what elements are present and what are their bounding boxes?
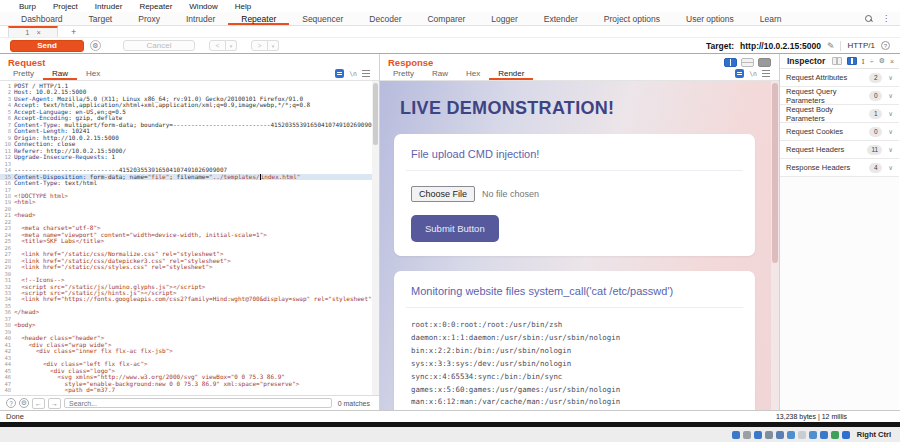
request-line: 34 <link href="https://fonts.googleapis.… [0,296,372,302]
vm-device-icon [765,431,773,439]
chevron-down-icon[interactable]: ∨ [888,92,893,100]
tab-intruder[interactable]: Intruder [173,12,228,25]
collapse-all-icon[interactable]: ÷ [870,58,874,65]
newline-toggle-icon[interactable]: \n [749,70,757,78]
add-tab-button[interactable]: + [71,26,76,37]
menu-burp[interactable]: Burp [19,2,36,11]
request-title: Request [8,57,45,68]
pretty-print-toggle-icon[interactable] [335,69,344,78]
tab-learn[interactable]: Learn [747,12,795,25]
passwd-line: games:x:5:60:games:/usr/games:/usr/sbin/… [411,384,743,397]
search-settings-icon[interactable]: ⚙ [19,398,29,408]
tab-extender[interactable]: Extender [531,12,591,25]
stacked-layout-icon[interactable] [741,58,754,67]
burp-suite-window: BurpProjectIntruderRepeaterWindowHelp Da… [0,0,900,442]
search-icon[interactable] [865,15,872,22]
menu-project[interactable]: Project [53,2,78,11]
response-size-time: 13,238 bytes | 12 millis [776,413,900,420]
prev-match-button[interactable]: ← [32,398,45,409]
help-icon[interactable]: ? [881,41,890,50]
inspector-sidebar-icon[interactable] [847,57,857,65]
hamburger-menu-icon[interactable] [762,70,770,77]
request-editor[interactable]: 1POST / HTTP/1.12Host: 10.0.2.15:50003Us… [0,81,372,395]
response-tab-render[interactable]: Render [489,67,533,80]
passwd-line: bin:x:2:2:bin:/bin:/usr/sbin/nologin [411,345,743,358]
response-tab-pretty[interactable]: Pretty [384,67,423,80]
inspector-row-request-headers[interactable]: Request Headers11∨ [780,141,899,159]
tab-target[interactable]: Target [76,12,126,25]
count-badge: 11 [867,145,882,155]
inspector-header: Inspector I ÷ ⚙ × [780,54,899,69]
single-pane-layout-icon[interactable] [758,58,771,67]
request-tab-hex[interactable]: Hex [77,67,109,80]
passwd-line: sync:x:4:65534:sync:/bin:/bin/sync [411,371,743,384]
menu-intruder[interactable]: Intruder [95,2,123,11]
cancel-button[interactable]: Cancel [123,40,195,51]
search-input[interactable] [64,398,332,408]
request-tab-raw[interactable]: Raw [43,67,77,80]
next-match-button[interactable]: → [48,398,61,409]
inspector-row-request-body-parameters[interactable]: Request Body Parameters1∨ [780,105,899,123]
request-tab-pretty[interactable]: Pretty [4,67,43,80]
response-tab-raw[interactable]: Raw [423,67,457,80]
tab-decoder[interactable]: Decoder [356,12,414,25]
submit-button[interactable]: Submit Button [411,215,499,242]
choose-file-button[interactable]: Choose File [411,186,475,202]
inspector-row-response-headers[interactable]: Response Headers4∨ [780,159,899,177]
hamburger-menu-icon[interactable] [362,70,370,77]
side-by-side-layout-icon[interactable] [724,58,737,67]
response-tab-hex[interactable]: Hex [457,67,489,80]
newline-toggle-icon[interactable]: \n [349,70,357,78]
menu-repeater[interactable]: Repeater [139,2,172,11]
close-icon[interactable]: × [36,28,40,37]
repeater-tab-1[interactable]: 1 × [8,26,58,37]
back-button[interactable]: < [209,40,226,51]
gear-icon[interactable]: ⚙ [90,40,101,51]
inspector-row-request-query-parameters[interactable]: Request Query Parameters0∨ [780,87,899,105]
vm-device-icon [743,431,751,439]
tab-repeater[interactable]: Repeater [228,12,289,25]
main-tab-bar: DashboardTargetProxyIntruderRepeaterSequ… [0,12,900,26]
search-help-icon[interactable]: ? [6,398,16,408]
protocol-label[interactable]: HTTP/1 [847,41,875,50]
inspector-row-request-attributes[interactable]: Request Attributes2∨ [780,69,899,87]
tab-sequencer[interactable]: Sequencer [289,12,356,25]
request-search-bar: ? ⚙ ← → 0 matches [0,395,379,410]
tab-logger[interactable]: Logger [478,12,530,25]
chevron-down-icon[interactable]: ∨ [888,110,893,118]
target-area: Target: http://10.0.2.15:5000 ✎ HTTP/1 ? [706,41,890,51]
send-button[interactable]: Send [10,40,84,52]
menu-window[interactable]: Window [189,2,217,11]
tab-comparer[interactable]: Comparer [414,12,478,25]
inspector-settings-icon[interactable]: ⚙ [879,57,885,65]
edit-target-icon[interactable]: ✎ [827,41,835,51]
forward-button[interactable]: > [251,40,268,51]
chevron-down-icon[interactable]: ∨ [888,74,893,82]
expand-all-icon[interactable]: I [862,57,865,66]
tab-project-options[interactable]: Project options [591,12,673,25]
inspector-row-label: Response Headers [786,163,850,172]
monitoring-card: Monitoring website files system_call('ca… [394,271,755,410]
tab-user-options[interactable]: User options [673,12,747,25]
forward-dropdown-icon[interactable]: ▾ [268,40,279,51]
inspector-close-icon[interactable]: × [890,58,894,65]
scrollbar-thumb[interactable] [772,83,778,263]
inspector-dock-icon[interactable] [832,57,842,65]
chevron-down-icon[interactable]: ∨ [888,146,893,154]
tab-dashboard[interactable]: Dashboard [8,12,76,25]
kebab-menu-icon[interactable]: ⋮ [882,14,890,23]
menu-help[interactable]: Help [235,2,251,11]
chevron-down-icon[interactable]: ∨ [888,128,893,136]
tab-proxy[interactable]: Proxy [125,12,173,25]
request-header: Request [0,54,379,67]
vm-status-icons [732,431,850,439]
chevron-down-icon[interactable]: ∨ [888,164,893,172]
request-editor-tabs: PrettyRawHex \n [0,67,379,81]
scrollbar-thumb[interactable] [373,83,378,145]
response-scrollbar[interactable] [771,81,779,410]
main-tab-list: DashboardTargetProxyIntruderRepeaterSequ… [8,12,794,25]
pretty-print-toggle-icon[interactable] [735,69,744,78]
request-scrollbar[interactable] [372,81,379,395]
back-dropdown-icon[interactable]: ▾ [226,40,237,51]
inspector-row-request-cookies[interactable]: Request Cookies0∨ [780,123,899,141]
